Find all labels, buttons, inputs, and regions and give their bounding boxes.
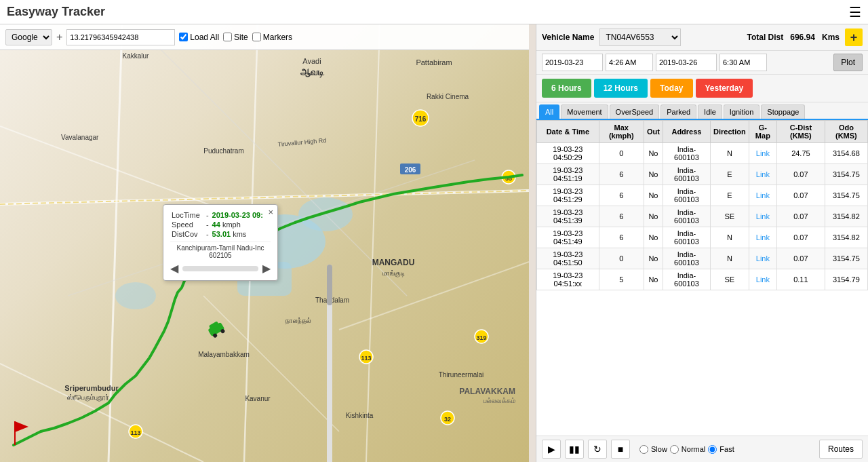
- svg-text:MANGADU: MANGADU: [372, 258, 415, 267]
- vehicle-name-select[interactable]: TN04AV6553: [599, 28, 681, 46]
- cell-odo: 3154.68: [825, 143, 867, 164]
- markers-checkbox[interactable]: [252, 33, 261, 41]
- cell-gmap[interactable]: Link: [749, 185, 776, 206]
- svg-text:Vavalanagar: Vavalanagar: [61, 134, 99, 141]
- map-popup: × LocTime - 2019-03-23 09: Speed - 44 km…: [163, 204, 278, 281]
- cell-direction: N: [711, 143, 749, 164]
- cell-max: 6: [599, 185, 644, 206]
- add-vehicle-button[interactable]: +: [845, 28, 863, 46]
- cell-cdist: 24.75: [777, 143, 825, 164]
- cell-direction: N: [711, 248, 749, 269]
- tab-parked[interactable]: Parked: [660, 104, 696, 119]
- load-all-label[interactable]: Load All: [179, 33, 219, 42]
- popup-dist-label: DistCov: [170, 229, 205, 239]
- routes-button[interactable]: Routes: [819, 440, 863, 459]
- cell-datetime: 19-03-23 04:51:xx: [537, 269, 599, 290]
- vehicle-row: Vehicle Name TN04AV6553 Total Dist 696.9…: [536, 24, 868, 51]
- data-table-container: Date & Time Max (kmph) Out Address Direc…: [536, 120, 868, 436]
- play-button[interactable]: ▶: [542, 440, 561, 459]
- slow-label[interactable]: Slow: [651, 445, 667, 453]
- popup-loctime-label: LocTime: [170, 210, 205, 220]
- plot-button[interactable]: Plot: [833, 54, 863, 71]
- col-max: Max (kmph): [599, 121, 644, 143]
- total-dist-display: Total Dist 696.94 Kms: [747, 33, 840, 42]
- cell-out: No: [644, 164, 663, 185]
- cell-max: 6: [599, 164, 644, 185]
- playback-row: ▶ ▮▮ ↻ ■ Slow Normal Fast Routes: [536, 436, 868, 462]
- fast-radio[interactable]: [708, 445, 717, 454]
- tab-all[interactable]: All: [539, 104, 559, 119]
- cell-direction: SE: [711, 269, 749, 290]
- today-button[interactable]: Today: [650, 79, 692, 98]
- stop-button[interactable]: ■: [611, 440, 630, 459]
- markers-label[interactable]: Markers: [252, 33, 292, 42]
- fast-label[interactable]: Fast: [719, 445, 734, 453]
- tab-overspeed[interactable]: OverSpeed: [610, 104, 660, 119]
- svg-text:ஸ்ரீபெரும்புதூர்: ஸ்ரீபெரும்புதூர்: [67, 393, 109, 402]
- popup-close-button[interactable]: ×: [268, 207, 273, 217]
- map-type-select[interactable]: Google: [5, 29, 52, 45]
- refresh-button[interactable]: ↻: [588, 440, 607, 459]
- time-to-input[interactable]: [719, 54, 767, 71]
- cell-address: India-600103: [663, 269, 710, 290]
- svg-text:Kavanur: Kavanur: [245, 395, 271, 402]
- cell-max: 5: [599, 269, 644, 290]
- site-checkbox[interactable]: [223, 33, 232, 41]
- svg-text:Malayambakkam: Malayambakkam: [198, 351, 250, 358]
- popup-prev-button[interactable]: ◀: [170, 262, 178, 275]
- cell-cdist: 0.07: [777, 227, 825, 248]
- cell-direction: SE: [711, 206, 749, 227]
- cell-out: No: [644, 185, 663, 206]
- svg-text:32: 32: [444, 416, 451, 423]
- cell-gmap[interactable]: Link: [749, 164, 776, 185]
- cell-odo: 3154.75: [825, 248, 867, 269]
- time-from-input[interactable]: [606, 54, 653, 71]
- svg-text:Thandalam: Thandalam: [315, 296, 349, 304]
- normal-radio[interactable]: [670, 445, 679, 454]
- 6hours-button[interactable]: 6 Hours: [542, 79, 591, 98]
- popup-next-button[interactable]: ▶: [262, 262, 271, 275]
- cell-address: India-600103: [663, 206, 710, 227]
- date-from-input[interactable]: [542, 54, 603, 71]
- cell-address: India-600103: [663, 143, 710, 164]
- yesterday-button[interactable]: Yesterday: [696, 79, 753, 98]
- svg-text:Sriperumbudur: Sriperumbudur: [64, 384, 119, 392]
- menu-icon[interactable]: ☰: [849, 4, 861, 20]
- table-header-row: Date & Time Max (kmph) Out Address Direc…: [537, 121, 868, 143]
- svg-text:113: 113: [361, 355, 371, 362]
- tab-idle[interactable]: Idle: [698, 104, 722, 119]
- cell-odo: 3154.82: [825, 206, 867, 227]
- svg-line-13: [203, 296, 339, 431]
- 12hours-button[interactable]: 12 Hours: [594, 79, 648, 98]
- cell-gmap[interactable]: Link: [749, 206, 776, 227]
- cell-gmap[interactable]: Link: [749, 143, 776, 164]
- coord-input[interactable]: [66, 29, 175, 45]
- site-label[interactable]: Site: [223, 33, 248, 42]
- cell-gmap[interactable]: Link: [749, 248, 776, 269]
- map-plus-icon[interactable]: +: [56, 31, 62, 43]
- cell-datetime: 19-03-23 04:51:49: [537, 227, 599, 248]
- tab-movement[interactable]: Movement: [561, 104, 608, 119]
- svg-text:319: 319: [476, 334, 486, 341]
- slow-radio[interactable]: [639, 445, 648, 454]
- cell-gmap[interactable]: Link: [749, 269, 776, 290]
- map-area[interactable]: 716 55 113 319 32 113 206: [0, 24, 529, 462]
- popup-loctime-value: 2019-03-23 09:: [211, 210, 271, 220]
- cell-direction: E: [711, 185, 749, 206]
- cell-gmap[interactable]: Link: [749, 227, 776, 248]
- svg-text:Puduchatram: Puduchatram: [203, 147, 243, 155]
- cell-datetime: 19-03-23 04:51:50: [537, 248, 599, 269]
- filter-tabs: All Movement OverSpeed Parked Idle Ignit…: [536, 102, 868, 120]
- tab-stoppage[interactable]: Stoppage: [761, 104, 805, 119]
- cell-datetime: 19-03-23 04:50:29: [537, 143, 599, 164]
- load-all-checkbox[interactable]: [179, 33, 188, 41]
- svg-text:Pattabiram: Pattabiram: [416, 58, 452, 66]
- normal-label[interactable]: Normal: [682, 445, 705, 453]
- pause-button[interactable]: ▮▮: [565, 440, 584, 459]
- svg-point-2: [115, 282, 156, 309]
- date-to-input[interactable]: [656, 54, 717, 71]
- svg-line-14: [339, 262, 529, 330]
- speed-group: Slow Normal Fast: [639, 445, 734, 454]
- tab-ignition[interactable]: Ignition: [724, 104, 760, 119]
- cell-cdist: 0.07: [777, 164, 825, 185]
